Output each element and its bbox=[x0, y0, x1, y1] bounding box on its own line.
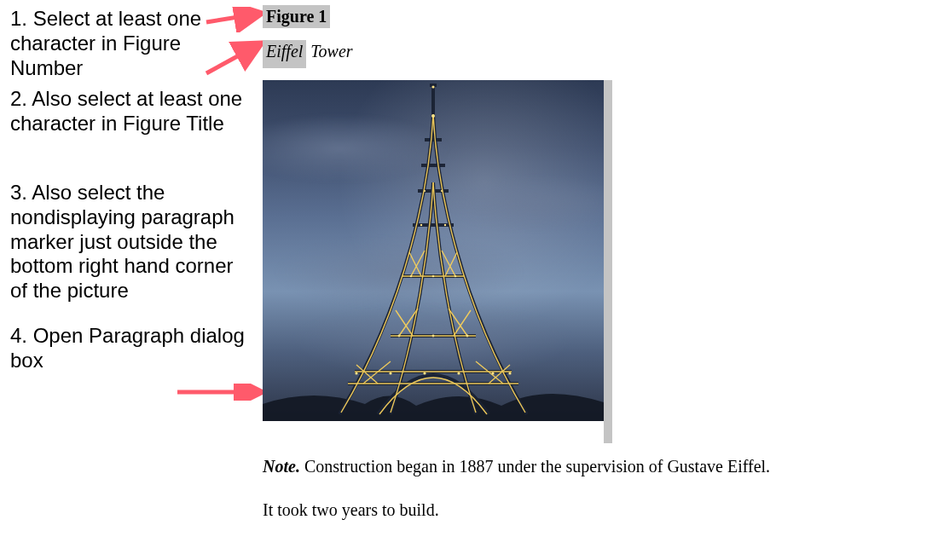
figure-number-line: Figure 1 bbox=[263, 5, 928, 28]
selection-strip-bottom bbox=[604, 421, 612, 443]
figure-image[interactable] bbox=[263, 80, 604, 421]
svg-point-14 bbox=[410, 275, 413, 278]
svg-point-17 bbox=[420, 224, 422, 226]
instruction-step-2: 2. Also select at least one character in… bbox=[10, 87, 247, 136]
figure-image-wrap bbox=[263, 80, 604, 421]
svg-point-5 bbox=[355, 372, 357, 374]
instruction-step-3: 3. Also select the nondisplaying paragra… bbox=[10, 181, 247, 303]
arrow-to-paragraph-marker-icon bbox=[174, 384, 268, 401]
figure-title-rest: Tower bbox=[306, 42, 352, 61]
svg-point-3 bbox=[431, 114, 435, 118]
figure-number-rest: 1 bbox=[314, 7, 327, 26]
figure-note-line2: It took two years to build. bbox=[263, 500, 928, 520]
instruction-step-1: 1. Select at least one character in Figu… bbox=[10, 7, 247, 80]
svg-point-18 bbox=[444, 224, 446, 226]
svg-point-19 bbox=[424, 190, 426, 192]
instruction-column: 1. Select at least one character in Figu… bbox=[10, 7, 247, 380]
svg-point-6 bbox=[389, 372, 391, 374]
svg-point-4 bbox=[431, 85, 434, 88]
svg-point-12 bbox=[432, 335, 435, 338]
figure-title-prefix: Eiffel bbox=[266, 42, 303, 61]
svg-point-15 bbox=[432, 275, 435, 278]
figure-number-highlighted[interactable]: Figure 1 bbox=[263, 5, 330, 28]
svg-point-13 bbox=[466, 335, 469, 338]
svg-point-10 bbox=[508, 372, 511, 374]
svg-point-20 bbox=[441, 190, 443, 192]
figure-document: Figure 1 Eiffel Tower bbox=[263, 5, 928, 520]
figure-note-label: Note. bbox=[263, 457, 300, 476]
svg-point-9 bbox=[491, 372, 494, 374]
svg-point-11 bbox=[398, 335, 401, 338]
instruction-step-4: 4. Open Paragraph dialog box bbox=[10, 324, 247, 373]
eiffel-tower-icon bbox=[263, 80, 604, 421]
figure-title-highlighted[interactable]: Eiffel bbox=[263, 40, 306, 68]
figure-note-text: Construction began in 1887 under the sup… bbox=[300, 457, 770, 476]
svg-point-8 bbox=[457, 372, 460, 374]
page-canvas: { "instructions": { "step1": "1. Select … bbox=[0, 0, 938, 560]
svg-point-16 bbox=[455, 275, 457, 278]
selection-strip-side bbox=[604, 80, 612, 421]
svg-point-7 bbox=[423, 372, 426, 374]
figure-number-prefix: Figure bbox=[266, 7, 314, 26]
figure-note: Note. Construction began in 1887 under t… bbox=[263, 455, 928, 478]
figure-title-line: Eiffel Tower bbox=[263, 40, 928, 68]
